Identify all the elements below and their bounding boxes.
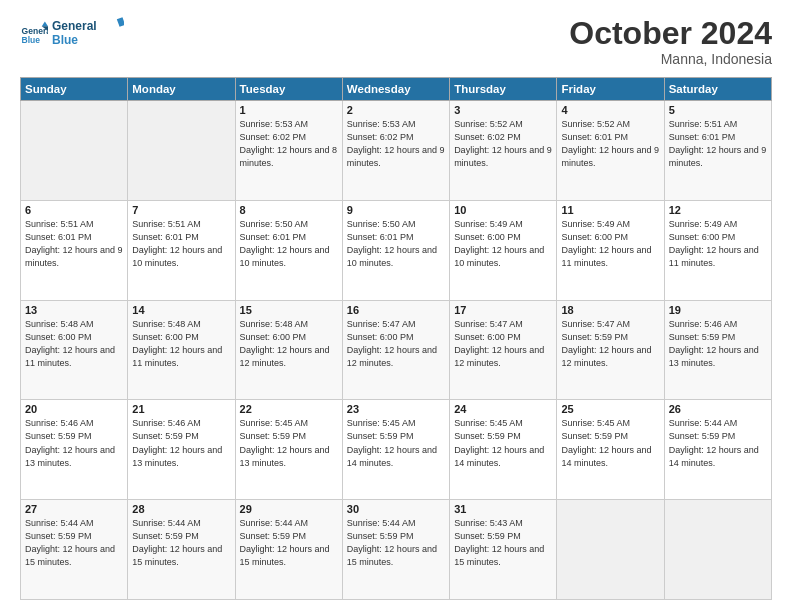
page: General Blue General Blue October 2024 M… [0, 0, 792, 612]
calendar-cell: 15Sunrise: 5:48 AMSunset: 6:00 PMDayligh… [235, 300, 342, 400]
col-sunday: Sunday [21, 78, 128, 101]
day-info: Sunrise: 5:51 AMSunset: 6:01 PMDaylight:… [132, 218, 230, 270]
day-number: 25 [561, 403, 659, 415]
calendar-cell: 5Sunrise: 5:51 AMSunset: 6:01 PMDaylight… [664, 101, 771, 201]
col-tuesday: Tuesday [235, 78, 342, 101]
calendar-cell: 16Sunrise: 5:47 AMSunset: 6:00 PMDayligh… [342, 300, 449, 400]
calendar-cell: 21Sunrise: 5:46 AMSunset: 5:59 PMDayligh… [128, 400, 235, 500]
day-number: 5 [669, 104, 767, 116]
day-number: 12 [669, 204, 767, 216]
day-number: 10 [454, 204, 552, 216]
col-friday: Friday [557, 78, 664, 101]
calendar-cell: 24Sunrise: 5:45 AMSunset: 5:59 PMDayligh… [450, 400, 557, 500]
calendar-cell [557, 500, 664, 600]
calendar-cell: 11Sunrise: 5:49 AMSunset: 6:00 PMDayligh… [557, 200, 664, 300]
day-info: Sunrise: 5:47 AMSunset: 6:00 PMDaylight:… [347, 318, 445, 370]
col-thursday: Thursday [450, 78, 557, 101]
day-info: Sunrise: 5:49 AMSunset: 6:00 PMDaylight:… [561, 218, 659, 270]
title-block: October 2024 Manna, Indonesia [569, 16, 772, 67]
logo-icon: General Blue [20, 20, 48, 48]
calendar-cell: 22Sunrise: 5:45 AMSunset: 5:59 PMDayligh… [235, 400, 342, 500]
calendar-cell: 28Sunrise: 5:44 AMSunset: 5:59 PMDayligh… [128, 500, 235, 600]
day-number: 11 [561, 204, 659, 216]
day-info: Sunrise: 5:46 AMSunset: 5:59 PMDaylight:… [25, 417, 123, 469]
day-info: Sunrise: 5:47 AMSunset: 6:00 PMDaylight:… [454, 318, 552, 370]
day-number: 8 [240, 204, 338, 216]
day-number: 3 [454, 104, 552, 116]
svg-marker-6 [117, 17, 124, 27]
calendar-cell: 26Sunrise: 5:44 AMSunset: 5:59 PMDayligh… [664, 400, 771, 500]
logo: General Blue General Blue [20, 16, 124, 52]
day-info: Sunrise: 5:44 AMSunset: 5:59 PMDaylight:… [132, 517, 230, 569]
day-number: 28 [132, 503, 230, 515]
calendar-cell: 20Sunrise: 5:46 AMSunset: 5:59 PMDayligh… [21, 400, 128, 500]
calendar-cell: 8Sunrise: 5:50 AMSunset: 6:01 PMDaylight… [235, 200, 342, 300]
calendar-cell: 29Sunrise: 5:44 AMSunset: 5:59 PMDayligh… [235, 500, 342, 600]
calendar-cell: 10Sunrise: 5:49 AMSunset: 6:00 PMDayligh… [450, 200, 557, 300]
day-number: 4 [561, 104, 659, 116]
day-number: 7 [132, 204, 230, 216]
day-info: Sunrise: 5:44 AMSunset: 5:59 PMDaylight:… [669, 417, 767, 469]
calendar-cell: 17Sunrise: 5:47 AMSunset: 6:00 PMDayligh… [450, 300, 557, 400]
svg-text:Blue: Blue [22, 35, 41, 45]
calendar-cell: 4Sunrise: 5:52 AMSunset: 6:01 PMDaylight… [557, 101, 664, 201]
calendar-week-row: 20Sunrise: 5:46 AMSunset: 5:59 PMDayligh… [21, 400, 772, 500]
calendar-week-row: 27Sunrise: 5:44 AMSunset: 5:59 PMDayligh… [21, 500, 772, 600]
day-info: Sunrise: 5:52 AMSunset: 6:02 PMDaylight:… [454, 118, 552, 170]
day-info: Sunrise: 5:48 AMSunset: 6:00 PMDaylight:… [240, 318, 338, 370]
day-info: Sunrise: 5:51 AMSunset: 6:01 PMDaylight:… [25, 218, 123, 270]
calendar-cell: 27Sunrise: 5:44 AMSunset: 5:59 PMDayligh… [21, 500, 128, 600]
logo-svg: General Blue [52, 16, 124, 48]
calendar-cell: 1Sunrise: 5:53 AMSunset: 6:02 PMDaylight… [235, 101, 342, 201]
calendar-cell: 9Sunrise: 5:50 AMSunset: 6:01 PMDaylight… [342, 200, 449, 300]
calendar-cell: 6Sunrise: 5:51 AMSunset: 6:01 PMDaylight… [21, 200, 128, 300]
day-info: Sunrise: 5:53 AMSunset: 6:02 PMDaylight:… [347, 118, 445, 170]
day-info: Sunrise: 5:45 AMSunset: 5:59 PMDaylight:… [347, 417, 445, 469]
calendar-cell: 31Sunrise: 5:43 AMSunset: 5:59 PMDayligh… [450, 500, 557, 600]
day-info: Sunrise: 5:45 AMSunset: 5:59 PMDaylight:… [240, 417, 338, 469]
header: General Blue General Blue October 2024 M… [20, 16, 772, 67]
day-number: 27 [25, 503, 123, 515]
day-info: Sunrise: 5:45 AMSunset: 5:59 PMDaylight:… [454, 417, 552, 469]
day-number: 6 [25, 204, 123, 216]
calendar-cell: 23Sunrise: 5:45 AMSunset: 5:59 PMDayligh… [342, 400, 449, 500]
calendar-cell: 13Sunrise: 5:48 AMSunset: 6:00 PMDayligh… [21, 300, 128, 400]
day-number: 22 [240, 403, 338, 415]
calendar-cell [21, 101, 128, 201]
col-monday: Monday [128, 78, 235, 101]
calendar-week-row: 13Sunrise: 5:48 AMSunset: 6:00 PMDayligh… [21, 300, 772, 400]
day-number: 15 [240, 304, 338, 316]
day-info: Sunrise: 5:50 AMSunset: 6:01 PMDaylight:… [347, 218, 445, 270]
day-number: 16 [347, 304, 445, 316]
day-info: Sunrise: 5:48 AMSunset: 6:00 PMDaylight:… [132, 318, 230, 370]
day-info: Sunrise: 5:53 AMSunset: 6:02 PMDaylight:… [240, 118, 338, 170]
calendar-cell: 25Sunrise: 5:45 AMSunset: 5:59 PMDayligh… [557, 400, 664, 500]
day-info: Sunrise: 5:47 AMSunset: 5:59 PMDaylight:… [561, 318, 659, 370]
svg-marker-2 [42, 22, 48, 27]
calendar-cell: 14Sunrise: 5:48 AMSunset: 6:00 PMDayligh… [128, 300, 235, 400]
day-info: Sunrise: 5:46 AMSunset: 5:59 PMDaylight:… [669, 318, 767, 370]
day-number: 18 [561, 304, 659, 316]
day-info: Sunrise: 5:46 AMSunset: 5:59 PMDaylight:… [132, 417, 230, 469]
day-info: Sunrise: 5:51 AMSunset: 6:01 PMDaylight:… [669, 118, 767, 170]
day-info: Sunrise: 5:48 AMSunset: 6:00 PMDaylight:… [25, 318, 123, 370]
day-info: Sunrise: 5:44 AMSunset: 5:59 PMDaylight:… [347, 517, 445, 569]
day-number: 21 [132, 403, 230, 415]
day-number: 31 [454, 503, 552, 515]
calendar-cell: 18Sunrise: 5:47 AMSunset: 5:59 PMDayligh… [557, 300, 664, 400]
subtitle: Manna, Indonesia [569, 51, 772, 67]
day-number: 23 [347, 403, 445, 415]
day-info: Sunrise: 5:50 AMSunset: 6:01 PMDaylight:… [240, 218, 338, 270]
day-number: 13 [25, 304, 123, 316]
day-info: Sunrise: 5:44 AMSunset: 5:59 PMDaylight:… [240, 517, 338, 569]
day-info: Sunrise: 5:44 AMSunset: 5:59 PMDaylight:… [25, 517, 123, 569]
day-info: Sunrise: 5:49 AMSunset: 6:00 PMDaylight:… [669, 218, 767, 270]
day-number: 19 [669, 304, 767, 316]
day-info: Sunrise: 5:45 AMSunset: 5:59 PMDaylight:… [561, 417, 659, 469]
calendar-cell: 3Sunrise: 5:52 AMSunset: 6:02 PMDaylight… [450, 101, 557, 201]
day-number: 14 [132, 304, 230, 316]
day-number: 26 [669, 403, 767, 415]
calendar-week-row: 6Sunrise: 5:51 AMSunset: 6:01 PMDaylight… [21, 200, 772, 300]
day-info: Sunrise: 5:43 AMSunset: 5:59 PMDaylight:… [454, 517, 552, 569]
calendar-cell [128, 101, 235, 201]
